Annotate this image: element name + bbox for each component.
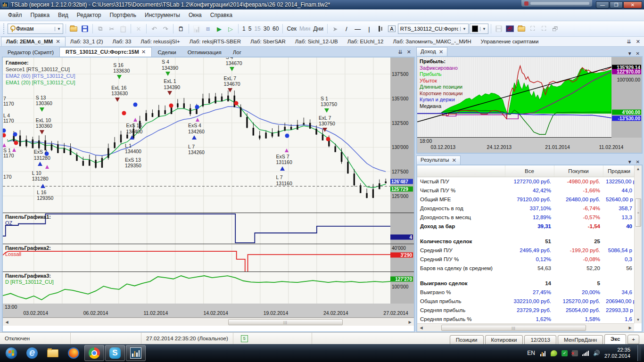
main-price-chart[interactable]: Главное:Seorce1 [RTS_130112_CU]EMA2 (60)… (3, 58, 414, 213)
timeframe-15[interactable]: 15 (253, 25, 262, 32)
script-tab-8[interactable]: Лаб: Запомнить_МАКС_-_МИН (388, 38, 476, 46)
table-row[interactable]: Выиграно сделок145 (417, 279, 635, 288)
script-tab-9[interactable]: Управление скриптами (476, 38, 544, 46)
results-table[interactable]: ВсеПокупкиПродажиЧистый П/У127270,00 руб… (417, 165, 642, 323)
pin-icon[interactable]: ▼ (627, 159, 632, 165)
taskbar-explorer[interactable] (43, 345, 63, 361)
workspace-tab-1[interactable]: Котировки (485, 335, 523, 344)
main-chart-h-scrollbar[interactable]: ◀ ||| ▶ (3, 318, 414, 326)
window-check-button[interactable]: 🗗 (550, 24, 561, 34)
timeframe-1[interactable]: 1 (241, 25, 247, 32)
menu-item-2[interactable]: Вид (54, 10, 73, 20)
script-tab-7[interactable]: Лаб: EUchl_12 (343, 38, 388, 46)
pin-icon[interactable]: ▼ (627, 51, 632, 56)
table-row[interactable] (417, 230, 635, 237)
tray-tslab-icon[interactable] (539, 350, 546, 356)
timeframe-unit-0[interactable]: Сек (285, 25, 298, 32)
script-tab-4[interactable]: Лаб: reksjRTS-SBER (185, 38, 246, 46)
table-row[interactable]: Баров на сделку (в среднем)54,6352,2056 (417, 263, 635, 272)
income-tab[interactable]: Доход ✕ (416, 47, 447, 56)
table-row[interactable]: Средний П/У %0,12%-0,08%0,3 (417, 255, 635, 263)
menu-item-1[interactable]: Правка (26, 10, 54, 20)
scrollbar-thumb[interactable]: ||| (228, 319, 343, 325)
volume-icon[interactable]: 🔊 (593, 350, 600, 356)
taskbar-clock[interactable]: 22:35 27.02.2014 (604, 347, 630, 359)
window-group2-button[interactable]: ⛶ (539, 24, 549, 34)
scrollbar-thumb[interactable]: ||| (441, 325, 586, 331)
income-chart[interactable]: Прибыль:ЗафиксированоПрибыльУбытокДлинны… (417, 57, 611, 138)
taskbar-chrome[interactable] (84, 345, 104, 361)
minimize-button[interactable]: — (596, 1, 609, 8)
start-button[interactable] (1, 345, 21, 361)
results-v-scrollbar[interactable]: ▲ ≡ ▼ (634, 165, 642, 323)
sub-panel-2[interactable]: ПанельГрафика2:Lossall40'0003'290 (3, 244, 414, 272)
timeframe-unit-2[interactable]: Дни (312, 25, 324, 32)
scroll-down-arrow[interactable]: ▼ (635, 316, 642, 323)
workspace-tab-0[interactable]: Позиции (450, 335, 484, 344)
scrollbar-thumb[interactable]: ≡ (635, 198, 641, 227)
menu-item-7[interactable]: Справка (206, 10, 237, 20)
taskbar-firefox[interactable] (64, 345, 83, 361)
add-tab-button[interactable]: + (627, 335, 639, 344)
table-row[interactable]: Общий MFE79120,00 руб.26480,00 руб.52640… (417, 195, 635, 204)
results-h-scrollbar[interactable]: ◀ ||| ▶ (417, 323, 634, 331)
table-row[interactable] (417, 272, 635, 279)
script-tab-0[interactable]: Лаб: 2ЕМА_с_ММ✕ (1, 37, 66, 46)
table-row[interactable]: Доход за бар39,31-1,5440 (417, 222, 635, 230)
pin-icon[interactable]: ⇊ (398, 49, 403, 55)
close-icon[interactable]: ✕ (452, 157, 457, 164)
restore-button[interactable]: ❐ (610, 1, 623, 8)
table-row[interactable]: Общая прибыль332210,00 руб.125270,00 руб… (417, 296, 635, 305)
run-button[interactable]: ▶ (214, 24, 224, 34)
table-row[interactable]: Количество сделок5125 (417, 237, 635, 246)
script-tab-1[interactable]: Лаб: 33_1 (2) (66, 38, 108, 46)
color-combo[interactable]: ▼ (470, 24, 488, 34)
scroll-right-arrow[interactable]: ▶ (626, 324, 634, 331)
panels-button[interactable]: 🗗 (505, 24, 515, 34)
doc-tab-1[interactable]: RTS_130112_CU:Фортс:15M✕ (59, 47, 152, 57)
timeframe-30[interactable]: 30 (262, 25, 271, 32)
doc-tab-2[interactable]: Сделки (152, 49, 182, 57)
close-icon[interactable]: ✕ (439, 49, 444, 55)
candles-tool-button[interactable] (375, 24, 386, 34)
window-group1-button[interactable]: ⛶ (528, 24, 538, 34)
tray-connection-icon[interactable] (572, 350, 578, 356)
delete-button[interactable]: ✕ (133, 24, 144, 34)
run-step-button[interactable]: ▷ (225, 24, 236, 34)
save-layout-button[interactable] (494, 24, 504, 34)
table-row[interactable]: Средний П/У2495,49 руб.-199,20 руб.5086,… (417, 246, 635, 255)
doc-tab-0[interactable]: Редактор (Скрипт) (2, 49, 59, 57)
cut-button[interactable]: ✂ (107, 24, 117, 34)
taskbar-skype[interactable]: S (105, 345, 125, 361)
results-column-1[interactable]: Покупки (554, 165, 603, 177)
script-tab-5[interactable]: Лаб: SberSAR (246, 38, 290, 46)
copy-button[interactable]: ⧉ (95, 24, 106, 34)
script-tab-2[interactable]: Лаб: 33 (108, 38, 136, 46)
save-button[interactable] (80, 24, 90, 34)
timeframe-unit-1[interactable]: Мин (298, 25, 312, 32)
script-tab-6[interactable]: Лаб: Sichl_12-UB (290, 38, 343, 46)
account-combo[interactable]: Финам ▼ (8, 24, 63, 34)
menu-item-3[interactable]: Редактор (73, 10, 106, 20)
menu-item-4[interactable]: Портфель (105, 10, 140, 20)
table-row[interactable]: Средняя прибыль23729,29 руб.25054,00 руб… (417, 305, 635, 314)
menu-item-5[interactable]: Инструменты (140, 10, 184, 20)
network-signal-icon[interactable] (582, 350, 589, 356)
close-button[interactable]: ✕ (623, 1, 642, 8)
undo-button[interactable]: ↶ (149, 24, 159, 34)
show-desktop-button[interactable] (637, 345, 641, 361)
scroll-up-arrow[interactable]: ▲ (635, 165, 642, 173)
table-row[interactable]: Средняя прибыль %1,62%1,58%1,6 (417, 314, 635, 323)
language-indicator[interactable]: EN (527, 350, 535, 356)
close-icon[interactable]: ✕ (141, 49, 146, 55)
table-row[interactable]: Чистый П/У127270,00 руб.-4980,00 руб.132… (417, 177, 635, 186)
close-icon[interactable]: ✕ (636, 51, 640, 56)
doc-tab-3[interactable]: Оптимизация (182, 49, 227, 57)
taskbar-tslab[interactable] (126, 345, 146, 361)
workspace-tab-3[interactable]: МенПрвДанн (558, 335, 603, 344)
results-column-0[interactable]: Все (505, 165, 554, 177)
script-tab-3[interactable]: Лаб: rekussijSI+ (136, 38, 184, 46)
pin-icon[interactable]: ⇊ (627, 39, 631, 45)
close-icon[interactable]: ✕ (636, 39, 640, 45)
schema-button[interactable]: ⧈ (203, 24, 213, 34)
